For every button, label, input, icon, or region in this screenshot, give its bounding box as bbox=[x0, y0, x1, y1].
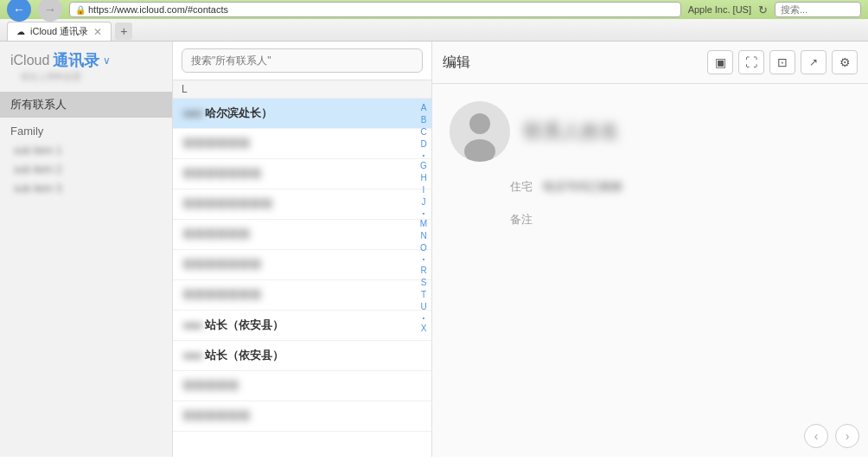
expand-button[interactable]: ⛶ bbox=[738, 50, 764, 74]
contact-name: ●●● 站长（依安县） bbox=[183, 317, 284, 333]
contact-name: ●●● 站长（依安县） bbox=[183, 348, 284, 363]
tab-close-button[interactable]: ✕ bbox=[93, 26, 102, 38]
sidebar-item-all-contacts[interactable]: 所有联系人 bbox=[0, 92, 172, 118]
alpha-s[interactable]: S bbox=[421, 277, 427, 289]
alpha-b[interactable]: B bbox=[421, 114, 427, 126]
family-label: Family bbox=[10, 125, 43, 138]
list-item[interactable]: 联联联联联联 bbox=[173, 220, 431, 250]
sidebar-sub-item-2[interactable]: sub item 2 bbox=[0, 160, 172, 179]
export-icon: ↗ bbox=[809, 56, 818, 68]
alpha-r[interactable]: R bbox=[420, 265, 426, 277]
card-icon: ▣ bbox=[715, 55, 726, 69]
alpha-x[interactable]: X bbox=[421, 323, 427, 335]
app-title: iCloud 通讯录 ∨ bbox=[10, 50, 162, 71]
contact-card-name: 联系人姓名 bbox=[524, 119, 619, 144]
contact-fields: 住宅 电话号码已模糊 备注 bbox=[450, 176, 851, 231]
alpha-u[interactable]: U bbox=[420, 301, 426, 313]
list-item[interactable]: 联联联联联联联 bbox=[173, 159, 431, 189]
avatar bbox=[450, 101, 510, 162]
prev-icon: ‹ bbox=[814, 429, 819, 443]
contact-name: 联联联联联联联 bbox=[183, 166, 262, 182]
alpha-i[interactable]: I bbox=[423, 184, 425, 196]
field-label-address: 住宅 bbox=[501, 179, 533, 195]
detail-content: 联系人姓名 住宅 电话号码已模糊 备注 bbox=[432, 84, 868, 415]
alpha-g[interactable]: G bbox=[420, 160, 427, 172]
expand-icon: ⛶ bbox=[745, 55, 757, 69]
list-item[interactable]: 联联联联联联联 bbox=[173, 280, 431, 311]
field-address: 住宅 电话号码已模糊 bbox=[501, 176, 851, 198]
title-caret[interactable]: ∨ bbox=[103, 54, 111, 67]
alpha-c[interactable]: C bbox=[420, 126, 426, 138]
forward-icon: → bbox=[44, 3, 56, 16]
detail-panel: 编辑 ▣ ⛶ ⊡ ↗ ⚙ bbox=[432, 42, 868, 457]
all-contacts-label: 所有联系人 bbox=[10, 98, 67, 111]
alpha-d[interactable]: D bbox=[420, 138, 426, 151]
list-item[interactable]: 联联联联联 bbox=[173, 371, 431, 401]
contact-list: L ●●● 哈尔滨处长） 联联联联联联 联联联联联联联 联联联联联联联联 联联联… bbox=[173, 42, 432, 457]
export-button[interactable]: ↗ bbox=[801, 50, 827, 74]
alpha-a[interactable]: A bbox=[421, 102, 427, 114]
contact-name: ●●● 哈尔滨处长） bbox=[183, 106, 272, 121]
app-container: iCloud 通讯录 ∨ 前往上养料设置 所有联系人 Family sub it… bbox=[0, 42, 868, 457]
svg-point-1 bbox=[469, 113, 490, 134]
contact-name: 联联联联联联 bbox=[183, 408, 251, 424]
list-item[interactable]: ●●● 哈尔滨处长） bbox=[173, 99, 431, 129]
browser-controls: Apple Inc. [US] ↻ bbox=[688, 3, 768, 16]
app-prefix: iCloud bbox=[10, 53, 49, 68]
sidebar-header: iCloud 通讯录 ∨ 前往上养料设置 bbox=[0, 42, 172, 92]
tab-label: iCloud 通讯录 bbox=[30, 25, 88, 38]
tab-favicon: ☁ bbox=[16, 27, 25, 36]
contact-name: 联联联联联联 bbox=[183, 136, 251, 151]
url-input[interactable]: 🔒 https://www.icloud.com/#contacts bbox=[69, 2, 681, 17]
list-item[interactable]: ●●● 站长（依安县） bbox=[173, 311, 431, 341]
contact-name: 联联联联联联联联 bbox=[183, 196, 273, 212]
list-item[interactable]: ●●● 站长（依安县） bbox=[173, 341, 431, 371]
contact-list-inner: ●●● 哈尔滨处长） 联联联联联联 联联联联联联联 联联联联联联联联 联联联联联… bbox=[173, 99, 431, 457]
list-item[interactable]: 联联联联联联 bbox=[173, 129, 431, 159]
prev-contact-button[interactable]: ‹ bbox=[804, 424, 828, 448]
alpha-dot-1: • bbox=[423, 151, 425, 160]
search-bar bbox=[173, 42, 431, 80]
section-header-l: L bbox=[173, 80, 431, 99]
alpha-n[interactable]: N bbox=[420, 230, 426, 242]
detail-actions: ▣ ⛶ ⊡ ↗ ⚙ bbox=[707, 50, 858, 74]
browser-url-bar: ← → 🔒 https://www.icloud.com/#contacts A… bbox=[0, 0, 868, 19]
alpha-t[interactable]: T bbox=[421, 289, 426, 301]
app-subtitle: 前往上养料设置 bbox=[10, 71, 162, 88]
tab-bar: ☁ iCloud 通讯录 ✕ + bbox=[0, 19, 868, 42]
alpha-o[interactable]: O bbox=[420, 242, 427, 254]
browser-tab[interactable]: ☁ iCloud 通讯录 ✕ bbox=[7, 22, 112, 41]
contact-name: 联联联联联 bbox=[183, 378, 239, 394]
sidebar-sub-item-3[interactable]: sub item 3 bbox=[0, 179, 172, 198]
search-input[interactable] bbox=[182, 48, 423, 73]
security-text: Apple Inc. [US] bbox=[688, 4, 751, 15]
list-item[interactable]: 联联联联联联联联 bbox=[173, 189, 431, 220]
new-tab-button[interactable]: + bbox=[115, 22, 132, 40]
refresh-icon[interactable]: ↻ bbox=[758, 3, 768, 16]
list-item[interactable]: 联联联联联联 bbox=[173, 401, 431, 432]
detail-title: 编辑 bbox=[443, 54, 470, 72]
sidebar-sub-item-1[interactable]: sub item 1 bbox=[0, 141, 172, 160]
alpha-dot-3: • bbox=[423, 254, 425, 264]
sidebar: iCloud 通讯录 ∨ 前往上养料设置 所有联系人 Family sub it… bbox=[0, 42, 173, 457]
settings-button[interactable]: ⚙ bbox=[832, 50, 858, 74]
alpha-dot-2: • bbox=[423, 208, 425, 218]
field-note: 备注 bbox=[501, 208, 851, 231]
alpha-j[interactable]: J bbox=[422, 196, 426, 208]
detail-header: 编辑 ▣ ⛶ ⊡ ↗ ⚙ bbox=[432, 42, 868, 84]
back-icon: ← bbox=[13, 3, 25, 16]
alpha-m[interactable]: M bbox=[420, 218, 427, 230]
share-icon: ⊡ bbox=[777, 55, 788, 69]
alpha-h[interactable]: H bbox=[420, 172, 426, 184]
url-text: https://www.icloud.com/#contacts bbox=[88, 4, 228, 15]
contact-name: 联联联联联联联 bbox=[183, 287, 262, 303]
next-icon: › bbox=[846, 429, 850, 443]
list-item[interactable]: 联联联联联联联 bbox=[173, 250, 431, 280]
settings-icon: ⚙ bbox=[839, 55, 851, 69]
next-contact-button[interactable]: › bbox=[835, 424, 859, 448]
browser-search-input[interactable] bbox=[775, 2, 861, 17]
card-view-button[interactable]: ▣ bbox=[707, 50, 733, 74]
alphabet-index: A B C D • G H I J • M N O • R S T U • X bbox=[416, 99, 431, 457]
lock-icon: 🔒 bbox=[75, 5, 86, 15]
share-button[interactable]: ⊡ bbox=[769, 50, 795, 74]
